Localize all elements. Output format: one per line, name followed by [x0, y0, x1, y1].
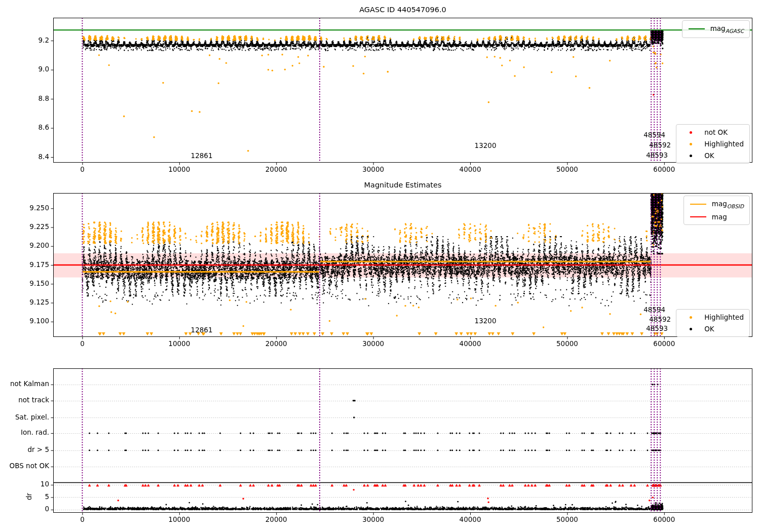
ok-dot-icon [690, 328, 692, 330]
annotation-12861: 12861 [191, 326, 213, 334]
legend-entry-ok: OK [682, 151, 744, 160]
line-swatch-holder [688, 28, 705, 29]
legend-label-highlighted: Highlighted [704, 140, 744, 148]
legend-label-mag-agasc: magAGASC [710, 24, 744, 34]
highlighted-dot-icon [690, 143, 692, 145]
mag-obsid-line-icon [690, 204, 706, 205]
legend-entry-mag-agasc: magAGASC [688, 24, 744, 34]
annotation-12861: 12861 [191, 151, 213, 160]
mag-agasc-line-icon [689, 28, 705, 29]
legend-entry-mag-obsid: magOBSID [690, 200, 744, 209]
annotation-48594: 48594 [643, 306, 665, 314]
legend-label-highlighted-mid: Highlighted [704, 313, 744, 321]
annotation-48593: 48593 [646, 324, 668, 332]
legend-label-ok-mid: OK [704, 325, 714, 333]
legend-entry-ok-mid: OK [682, 325, 744, 333]
legend-entry-highlighted-mid: Highlighted [682, 313, 744, 321]
legend-mid-markers: Highlighted OK [676, 309, 750, 337]
annotation-48592: 48592 [649, 141, 671, 149]
annotation-48593: 48593 [646, 151, 668, 159]
mag-line-icon [690, 216, 706, 217]
line-swatch-holder [690, 216, 707, 217]
legend-label-ok: OK [704, 151, 714, 160]
legend-mag-lines: magOBSID mag [683, 196, 750, 225]
figure: AGASC ID 440547096.0 Magnitude Estimates… [0, 0, 760, 532]
annotation-13200: 13200 [475, 141, 497, 149]
legend-label-mag-obsid: magOBSID [712, 200, 744, 209]
dot-swatch-holder [682, 155, 699, 157]
plot-title-magnitude-estimates: Magnitude Estimates [364, 181, 441, 189]
annotation-48592: 48592 [649, 315, 671, 323]
dot-swatch-holder [682, 328, 699, 330]
dot-swatch-holder [682, 316, 699, 319]
dr-axis-label: dr [25, 493, 33, 500]
ok-dot-icon [690, 155, 692, 157]
plot-title-top: AGASC ID 440547096.0 [359, 6, 446, 14]
legend-entry-not-ok: not OK [682, 128, 744, 136]
line-swatch-holder [690, 204, 707, 205]
legend-mag-agasc: magAGASC [682, 20, 750, 38]
legend-entry-highlighted: Highlighted [682, 140, 744, 148]
legend-entry-mag: mag [690, 213, 744, 221]
highlighted-dot-icon [690, 316, 692, 319]
chart-canvas [0, 0, 760, 532]
legend-top-markers: not OK Highlighted OK [676, 124, 750, 164]
dot-swatch-holder [682, 143, 699, 145]
dot-swatch-holder [682, 131, 699, 134]
legend-label-mag: mag [712, 213, 727, 221]
legend-label-not-ok: not OK [704, 128, 728, 136]
annotation-13200: 13200 [475, 317, 497, 325]
annotation-48594: 48594 [643, 131, 665, 139]
not-ok-dot-icon [690, 131, 692, 134]
